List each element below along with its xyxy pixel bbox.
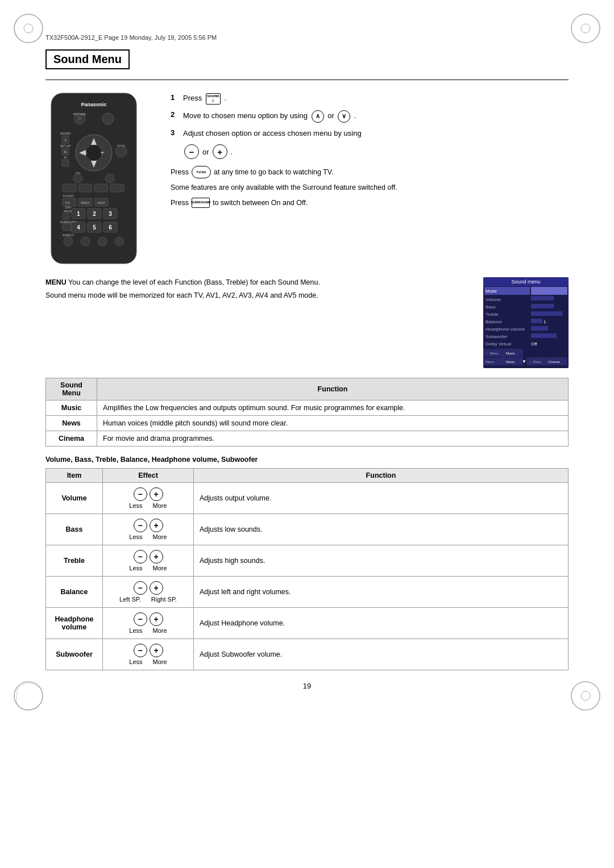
svg-text:Mode: Mode <box>486 289 497 294</box>
svg-rect-80 <box>531 311 562 316</box>
svg-text:Cinema: Cinema <box>548 360 560 364</box>
plus-circle-icon: + <box>150 612 163 626</box>
svg-text:Off: Off <box>531 341 537 347</box>
svg-point-6 <box>581 691 590 700</box>
or-icons-line: − or + . <box>184 144 569 159</box>
less-label: Less <box>129 565 142 571</box>
vbt-bass-function: Adjusts low sounds. <box>194 514 569 545</box>
minus-icon: − <box>184 144 199 159</box>
menu-bold: MENU <box>45 278 67 286</box>
rightsp-label: Right SP. <box>151 596 177 603</box>
svg-text:Headphone volume: Headphone volume <box>486 327 525 332</box>
svg-point-16 <box>86 145 102 161</box>
svg-text:Volume: Volume <box>486 297 501 302</box>
svg-text:+: + <box>100 149 104 157</box>
surround-icon: SURROUND <box>192 198 210 208</box>
svg-text:Balance: Balance <box>486 319 502 324</box>
svg-point-31 <box>115 146 127 157</box>
svg-text:ASPECT: ASPECT <box>63 233 74 237</box>
table-row: Treble − + Less More Adjusts high sounds… <box>46 545 569 577</box>
less-label: Less <box>129 533 142 540</box>
or-text: or <box>202 148 209 156</box>
svg-text:PROG.: PROG. <box>64 210 73 213</box>
svg-text:Sound menu: Sound menu <box>511 279 540 285</box>
minus-circle-icon: − <box>134 612 147 626</box>
table-row: Balance − + Left SP. Right SP. Adjust le… <box>46 577 569 608</box>
svg-text:Bass: Bass <box>486 304 496 310</box>
more-label: More <box>153 627 167 634</box>
svg-rect-74 <box>531 287 567 295</box>
vbt-header-function: Function <box>194 469 569 483</box>
table-row: Subwoofer − + Less More Adjust Subwoofer… <box>46 639 569 670</box>
vbt-balance-label: Balance <box>46 577 103 608</box>
remote-area: Panasonic PICTURE □ ✕ + <box>45 90 159 268</box>
svg-point-65 <box>81 237 90 246</box>
svg-rect-36 <box>78 184 92 192</box>
vbt-treble-effect: − + Less More <box>103 545 194 577</box>
svg-point-2 <box>571 14 600 43</box>
svg-point-67 <box>115 237 124 246</box>
plus-circle-icon: + <box>150 519 163 532</box>
svg-text:6: 6 <box>109 224 112 231</box>
vbt-balance-function: Adjust left and right volumes. <box>194 577 569 608</box>
less-label: Less <box>129 658 142 665</box>
svg-text:F.P.: F.P. <box>65 201 70 205</box>
svg-point-14 <box>102 113 114 124</box>
smt-news-function: Human voices (middle pitch sounds) will … <box>97 416 569 431</box>
corner-decoration-tr <box>569 11 603 45</box>
svg-text:→ Menu: → Menu <box>529 360 542 364</box>
note-tvav: Press TV/AV at any time to go back to wa… <box>171 166 569 178</box>
table-row: News Human voices (middle pitch sounds) … <box>46 416 569 431</box>
svg-rect-56 <box>63 224 72 231</box>
sound-menu-table: Sound Menu Function Music Amplifies the … <box>45 378 569 446</box>
svg-text:News: News <box>506 360 515 364</box>
minus-circle-icon: − <box>134 581 147 595</box>
vbt-balance-effect: − + Left SP. Right SP. <box>103 577 194 608</box>
vbt-subwoofer-function: Adjust Subwoofer volume. <box>194 639 569 670</box>
svg-rect-7 <box>51 93 136 264</box>
file-info: TX32F500A-2912_E Page 19 Monday, July 18… <box>45 34 569 41</box>
corner-decoration-tl <box>11 11 45 45</box>
vbt-section-title: Volume, Bass, Treble, Balance, Headphone… <box>45 456 569 464</box>
svg-rect-38 <box>110 184 124 192</box>
menu-text2: Sound menu mode will be memorized for ea… <box>45 290 476 301</box>
svg-rect-29 <box>62 160 69 166</box>
svg-text:PICTURE: PICTURE <box>73 112 86 116</box>
vbt-header-effect: Effect <box>103 469 194 483</box>
svg-point-1 <box>24 24 33 33</box>
vbt-table: Item Effect Function Volume − + Less Mor… <box>45 468 569 670</box>
more-label: More <box>153 658 167 665</box>
svg-text:INDEX: INDEX <box>81 201 90 205</box>
svg-point-5 <box>571 682 600 710</box>
menu-desc-section: MENU You can change the level of each Fu… <box>45 277 569 370</box>
smt-music-function: Amplifies the Low frequencies and output… <box>97 400 569 416</box>
step-3-num: 3 <box>171 128 179 137</box>
screen-menu-svg: Sound menu Mode Cinema Volume Bass Trebl… <box>483 277 569 368</box>
svg-text:Subwoofer: Subwoofer <box>486 334 508 339</box>
step-1-num: 1 <box>171 93 179 102</box>
table-row: Volume − + Less More Adjusts output volu… <box>46 483 569 514</box>
svg-text:Panasonic: Panasonic <box>81 102 106 107</box>
title-rule <box>45 80 569 80</box>
vbt-bass-effect: − + Less More <box>103 514 194 545</box>
svg-point-64 <box>64 237 73 246</box>
vbt-volume-effect: − + Less More <box>103 483 194 514</box>
vbt-headphone-label: Headphone volume <box>46 608 103 639</box>
smt-news-label: News <box>46 416 97 431</box>
svg-text:SET UP: SET UP <box>60 144 71 148</box>
page-container: TX32F500A-2912_E Page 19 Monday, July 18… <box>0 0 614 724</box>
svg-point-34 <box>105 174 114 183</box>
minus-circle-icon: − <box>134 644 147 657</box>
instructions-area: 1 Press SOUND♪ . 2 Move to chosen menu o… <box>171 90 569 268</box>
svg-text:3: 3 <box>109 211 112 217</box>
down-arrow-icon: ∨ <box>338 110 350 123</box>
svg-point-33 <box>73 174 82 183</box>
plus-icon: + <box>213 144 227 159</box>
svg-text:Music: Music <box>506 352 515 355</box>
page-number: 19 <box>45 682 569 690</box>
vbt-headphone-effect: − + Less More <box>103 608 194 639</box>
svg-rect-87 <box>531 333 557 338</box>
vbt-volume-function: Adjusts output volume. <box>194 483 569 514</box>
svg-text:−: − <box>83 149 87 157</box>
step-1: 1 Press SOUND♪ . <box>171 93 569 105</box>
